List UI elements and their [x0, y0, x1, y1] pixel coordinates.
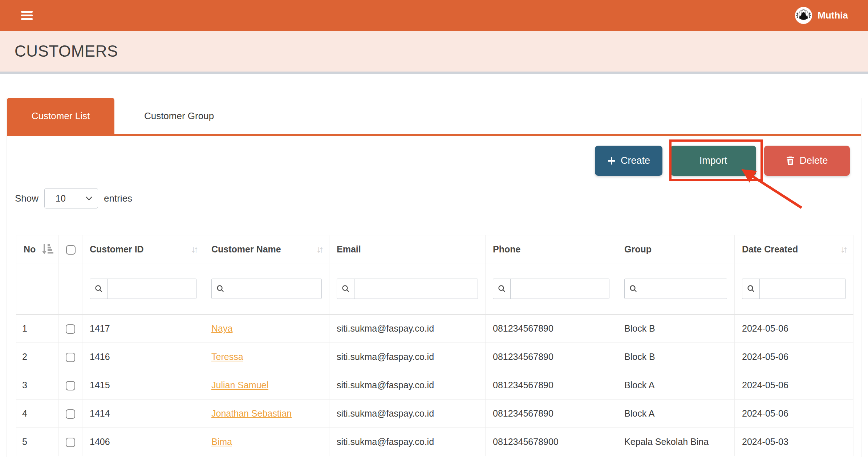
cell-group: Block B [617, 315, 735, 343]
cell-date-created: 2024-05-06 [735, 371, 853, 400]
row-checkbox[interactable] [66, 324, 75, 334]
avatar-logo-icon [795, 7, 812, 24]
filter-email-input[interactable] [354, 279, 478, 299]
cell-no: 4 [16, 400, 59, 428]
filter-group-input[interactable] [642, 279, 727, 299]
cell-phone: 081234567890 [486, 371, 617, 400]
cell-date-created: 2024-05-06 [735, 315, 853, 343]
delete-button[interactable]: Delete [764, 146, 850, 176]
sort-amount-icon [42, 244, 53, 255]
user-avatar[interactable] [795, 7, 812, 24]
content-card: Customer List Customer Group Create Impo… [7, 98, 861, 457]
search-icon [212, 279, 229, 299]
customer-name-link[interactable]: Naya [211, 323, 232, 333]
column-header-no[interactable]: No [16, 235, 59, 263]
column-header-select [59, 235, 82, 263]
select-all-checkbox[interactable] [66, 245, 76, 255]
column-header-customer-id[interactable]: Customer ID ↓↑ [82, 235, 204, 263]
row-checkbox[interactable] [66, 438, 75, 447]
create-button[interactable]: Create [595, 146, 662, 176]
filter-customer-id-input[interactable] [108, 279, 196, 299]
top-navbar: Muthia [0, 0, 868, 31]
customer-name-link[interactable]: Jonathan Sebastian [211, 408, 292, 418]
table-row: 1 1417 Naya siti.sukma@faspay.co.id 0812… [16, 315, 853, 343]
table-row: 4 1414 Jonathan Sebastian siti.sukma@fas… [16, 400, 853, 428]
filter-customer-name [211, 279, 322, 299]
cell-no: 3 [16, 371, 59, 400]
filter-email [337, 279, 478, 299]
user-menu[interactable]: Muthia [795, 7, 848, 24]
table-row: 5 1406 Bima siti.sukma@faspay.co.id 0812… [16, 428, 853, 456]
search-icon [337, 279, 354, 299]
tab-customer-group-label: Customer Group [144, 110, 214, 122]
cell-phone: 081234567890 [486, 343, 617, 371]
column-header-customer-id-label: Customer ID [90, 244, 144, 255]
toolbar: Create Import Delete [7, 136, 861, 176]
trash-icon [786, 156, 795, 166]
column-header-group[interactable]: Group [617, 235, 735, 263]
cell-no: 5 [16, 428, 59, 456]
cell-phone: 0812345678900 [486, 428, 617, 456]
table-header-row: No [16, 235, 853, 263]
filter-cell-empty [59, 263, 82, 315]
filter-cell-empty [16, 263, 59, 315]
cell-email: siti.sukma@faspay.co.id [329, 400, 486, 428]
cell-date-created: 2024-05-06 [735, 343, 853, 371]
tab-customer-list[interactable]: Customer List [7, 98, 114, 134]
sort-updown-icon: ↓↑ [840, 244, 848, 255]
cell-phone: 081234567890 [486, 315, 617, 343]
column-header-date-created[interactable]: Date Created ↓↑ [735, 235, 853, 263]
entries-label: entries [104, 193, 132, 204]
cell-no: 2 [16, 343, 59, 371]
cell-group: Block A [617, 400, 735, 428]
search-icon [625, 279, 642, 299]
table-row: 2 1416 Teressa siti.sukma@faspay.co.id 0… [16, 343, 853, 371]
hamburger-menu-icon[interactable] [21, 11, 33, 20]
show-label: Show [15, 193, 38, 204]
user-name-label: Muthia [818, 10, 848, 21]
header-divider [0, 72, 868, 74]
column-header-phone[interactable]: Phone [486, 235, 617, 263]
cell-phone: 081234567890 [486, 400, 617, 428]
plus-icon [607, 157, 616, 165]
row-checkbox[interactable] [66, 353, 75, 362]
column-header-customer-name[interactable]: Customer Name ↓↑ [204, 235, 329, 263]
search-icon [90, 279, 108, 299]
filter-customer-id [90, 279, 196, 299]
customer-name-link[interactable]: Julian Samuel [211, 380, 268, 390]
page-size-select[interactable]: 10 [45, 189, 98, 208]
cell-email: siti.sukma@faspay.co.id [329, 428, 486, 456]
import-button[interactable]: Import [670, 146, 756, 176]
filter-date-created-input[interactable] [760, 279, 845, 299]
search-icon [742, 279, 760, 299]
column-header-email[interactable]: Email [329, 235, 486, 263]
column-header-email-label: Email [337, 244, 361, 255]
cell-customer-id: 1415 [82, 371, 204, 400]
tab-customer-group[interactable]: Customer Group [114, 98, 244, 134]
cell-email: siti.sukma@faspay.co.id [329, 343, 486, 371]
column-header-phone-label: Phone [493, 244, 520, 255]
delete-button-label: Delete [799, 155, 828, 166]
table-row: 3 1415 Julian Samuel siti.sukma@faspay.c… [16, 371, 853, 400]
column-header-group-label: Group [624, 244, 652, 255]
table-filter-row [16, 263, 853, 315]
page-header-band: CUSTOMERS [0, 31, 868, 72]
sort-updown-icon: ↓↑ [191, 244, 199, 255]
row-checkbox[interactable] [66, 381, 75, 390]
create-button-label: Create [621, 155, 650, 166]
filter-phone [493, 279, 609, 299]
cell-group: Kepala Sekolah Bina [617, 428, 735, 456]
filter-customer-name-input[interactable] [229, 279, 321, 299]
column-header-no-label: No [24, 244, 36, 255]
page-size-select-wrap: 10 [44, 188, 98, 208]
tab-bar: Customer List Customer Group [7, 98, 861, 136]
cell-date-created: 2024-05-06 [735, 400, 853, 428]
customer-name-link[interactable]: Teressa [211, 352, 243, 362]
tab-customer-list-label: Customer List [32, 110, 90, 122]
cell-customer-id: 1416 [82, 343, 204, 371]
row-checkbox[interactable] [66, 409, 75, 419]
filter-phone-input[interactable] [511, 279, 609, 299]
search-icon [493, 279, 511, 299]
customer-name-link[interactable]: Bima [211, 437, 232, 447]
cell-email: siti.sukma@faspay.co.id [329, 371, 486, 400]
